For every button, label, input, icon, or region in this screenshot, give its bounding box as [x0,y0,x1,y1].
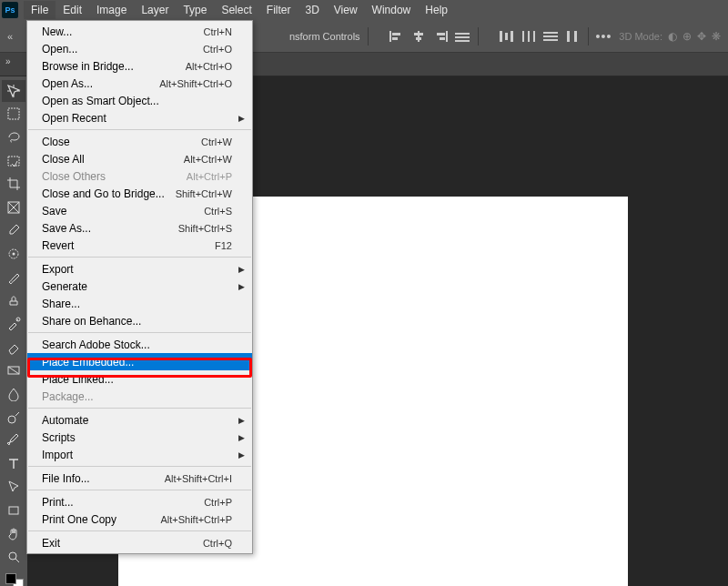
align-center-h-icon[interactable] [410,30,427,43]
menu-shortcut: Ctrl+S [204,206,232,217]
menu-item-open-as-smart-object[interactable]: Open as Smart Object... [27,92,252,109]
svg-rect-24 [8,157,19,166]
menubar-item-select[interactable]: Select [214,1,258,19]
tool-brush[interactable] [2,267,25,288]
tool-move[interactable] [2,80,25,102]
svg-rect-0 [389,31,391,42]
tool-zoom[interactable] [2,547,25,569]
menu-item-save[interactable]: SaveCtrl+S [27,202,252,219]
menu-label: Scripts [42,431,232,444]
tool-pen[interactable] [2,429,25,451]
options-toggle-icon[interactable]: « [7,31,13,42]
tool-marquee[interactable] [2,104,25,126]
tools-panel [0,76,27,586]
menu-shortcut: Ctrl+O [203,44,232,55]
menu-label: Place Embedded... [42,356,232,369]
menu-label: Close [42,136,201,148]
tool-gradient[interactable] [2,360,25,382]
menu-label: Exit [42,537,203,550]
menu-item-import[interactable]: Import▶ [27,446,252,463]
menubar-item-filter[interactable]: Filter [259,1,298,19]
svg-rect-3 [418,31,420,42]
tool-eyedropper[interactable] [2,220,25,242]
menu-item-save-as[interactable]: Save As...Shift+Ctrl+S [27,219,252,237]
menu-label: Open Recent [42,112,232,125]
tool-spot-heal[interactable] [2,243,25,265]
menu-item-open-as[interactable]: Open As...Alt+Shift+Ctrl+O [27,75,252,92]
tool-clone-stamp[interactable] [2,290,25,312]
menu-item-exit[interactable]: ExitCtrl+Q [27,534,252,551]
tool-blur[interactable] [2,383,25,405]
divider [368,27,369,45]
menubar-item-help[interactable]: Help [418,1,455,19]
menu-item-share[interactable]: Share... [27,295,252,312]
svg-rect-7 [437,33,445,35]
distribute-v-icon[interactable] [521,30,537,43]
menu-item-browse-in-bridge[interactable]: Browse in Bridge...Alt+Ctrl+O [27,57,252,75]
menu-item-open[interactable]: Open...Ctrl+O [27,40,252,57]
orbit-icon[interactable]: ◐ [668,30,677,43]
svg-rect-22 [574,31,577,42]
menu-item-close-and-go-to-bridge[interactable]: Close and Go to Bridge...Shift+Ctrl+W [27,185,252,202]
tab-toggle-icon[interactable]: » [5,56,11,66]
menubar-item-file[interactable]: File [24,1,56,19]
align-right-icon[interactable] [432,30,449,43]
menubar-item-3d[interactable]: 3D [298,1,326,19]
menu-item-share-on-behance[interactable]: Share on Behance... [27,312,252,329]
distribute-bottom-icon[interactable] [564,30,581,43]
menu-label: Export [42,263,232,276]
align-justify-icon[interactable] [454,30,470,43]
tool-rectangle[interactable] [2,500,25,521]
menubar-item-window[interactable]: Window [365,1,419,19]
menu-item-place-linked[interactable]: Place Linked... [27,370,252,388]
more-options-icon[interactable]: ••• [596,29,612,44]
tool-history-brush[interactable] [2,313,25,335]
scale-icon[interactable]: ❋ [712,30,721,43]
menu-label: Place Linked... [42,373,232,386]
tool-frame[interactable] [2,197,25,218]
tool-path-select[interactable] [2,477,25,499]
distribute-h-icon[interactable] [542,30,559,43]
tool-eraser[interactable] [2,337,25,359]
tool-object-select[interactable] [2,150,25,172]
menu-separator [28,466,251,467]
align-group [389,30,470,43]
menu-item-file-info[interactable]: File Info...Alt+Shift+Ctrl+I [27,470,252,487]
menu-item-automate[interactable]: Automate▶ [27,411,252,429]
tool-dodge[interactable] [2,407,25,429]
menu-item-close-all[interactable]: Close AllAlt+Ctrl+W [27,150,252,167]
menubar-item-layer[interactable]: Layer [134,1,176,19]
menu-item-close[interactable]: CloseCtrl+W [27,133,252,150]
distribute-top-icon[interactable] [499,30,515,43]
menu-item-place-embedded[interactable]: Place Embedded... [27,353,252,370]
menu-label: Package... [42,390,232,403]
tool-crop[interactable] [2,174,25,196]
submenu-arrow-icon: ▶ [238,433,245,442]
menu-item-export[interactable]: Export▶ [27,260,252,278]
menubar-item-view[interactable]: View [327,1,365,19]
svg-rect-21 [567,31,570,42]
menu-item-new[interactable]: New...Ctrl+N [27,23,252,40]
menu-item-open-recent[interactable]: Open Recent▶ [27,109,252,126]
pan-icon[interactable]: ⊕ [682,30,692,43]
align-left-icon[interactable] [389,30,405,43]
menubar-item-type[interactable]: Type [176,1,214,19]
svg-rect-20 [543,39,558,41]
menubar-item-image[interactable]: Image [89,1,134,19]
tool-hand[interactable] [2,523,25,545]
menu-item-scripts[interactable]: Scripts▶ [27,429,252,446]
menu-item-search-adobe-stock[interactable]: Search Adobe Stock... [27,336,252,353]
menu-label: Search Adobe Stock... [42,338,232,351]
menu-item-print-one-copy[interactable]: Print One CopyAlt+Shift+Ctrl+P [27,510,252,528]
color-swatches[interactable] [5,573,22,586]
tool-type[interactable] [2,453,25,475]
menu-item-revert[interactable]: RevertF12 [27,237,252,254]
menu-label: Share... [42,298,232,310]
tool-lasso[interactable] [2,126,25,148]
menu-shortcut: Alt+Shift+Ctrl+P [160,514,232,525]
menubar-item-edit[interactable]: Edit [56,1,89,19]
menu-label: Generate [42,280,232,293]
menu-item-print[interactable]: Print...Ctrl+P [27,493,252,510]
menu-item-generate[interactable]: Generate▶ [27,278,252,295]
slide-icon[interactable]: ✥ [697,30,706,43]
